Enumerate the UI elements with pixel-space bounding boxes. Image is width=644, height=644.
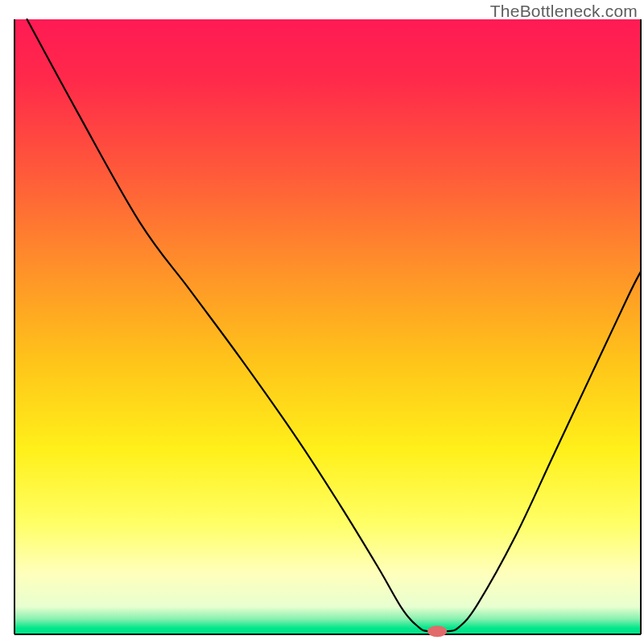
- plot-background: [14, 19, 641, 634]
- optimal-marker: [427, 625, 447, 637]
- watermark-text: TheBottleneck.com: [490, 2, 638, 21]
- bottleneck-chart: TheBottleneck.com: [0, 0, 644, 644]
- chart-svg: [0, 0, 644, 644]
